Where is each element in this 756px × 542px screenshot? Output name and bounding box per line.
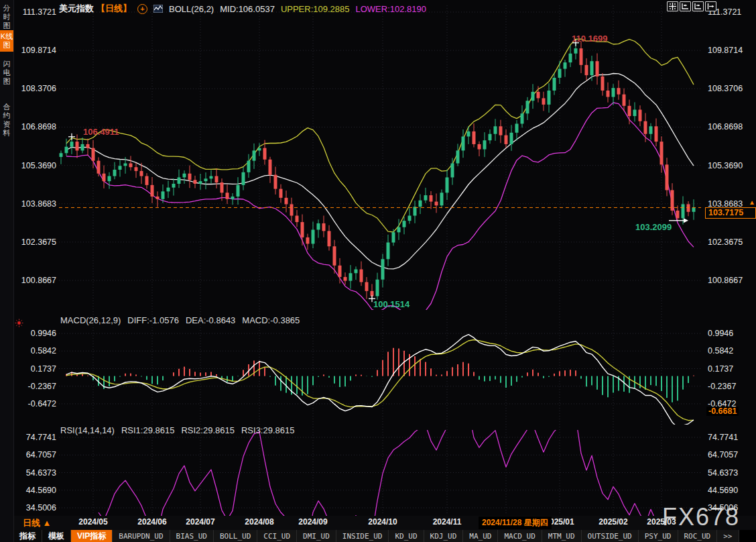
rsi3-value: RSI3:29.8615 <box>241 425 295 435</box>
month-label: 2024/09 <box>298 517 327 527</box>
indicator-icon[interactable] <box>153 5 163 13</box>
sidebar-tab-time-chart[interactable]: 分时图 <box>0 2 13 32</box>
toolbar-item-BOLL_UD[interactable]: BOLL_UD <box>214 530 257 542</box>
boll-lower-value: LOWER:102.8190 <box>356 4 427 14</box>
toolbar-item-MTM_UD[interactable]: MTM_UD <box>542 530 582 542</box>
price-annotation: 106.4911 <box>83 127 119 137</box>
period-label: 【日线】 <box>97 3 131 15</box>
chart-application-window: 分时图 K线图 闪电图 合约资料 美元指数 【日线】 + BOLL(26,2) … <box>0 0 756 542</box>
rsi1-value: RSI1:29.8615 <box>121 425 175 435</box>
rsi-title: RSI(14,14,14) <box>60 425 115 435</box>
toolbar-item->>[interactable]: >> <box>717 530 739 542</box>
toolbar-item-模板[interactable]: 模板 <box>42 530 71 542</box>
toolbar-item-DMI_UD[interactable]: DMI_UD <box>297 530 336 542</box>
macd-diff-value: DIFF:-1.0576 <box>127 315 179 325</box>
macd-current-value-label: -0.6681 <box>706 406 739 416</box>
boll-upper-value: UPPER:109.2885 <box>281 4 350 14</box>
crosshair-icon[interactable] <box>667 1 678 11</box>
toolbar-item-MACD_UD[interactable]: MACD_UD <box>498 530 542 542</box>
pan-right-icon[interactable] <box>705 1 716 11</box>
month-label: 2025/02 <box>598 517 627 527</box>
rsi-header: RSI(14,14,14) RSI1:29.8615 RSI2:29.8615 … <box>60 425 294 435</box>
toolbar-item-VIP指标[interactable]: VIP指标 <box>71 530 113 542</box>
toolbar-item-KD_UD[interactable]: KD_UD <box>389 530 424 542</box>
month-label: 2024/07 <box>186 517 214 527</box>
price-up-arrow-icon: ▲ <box>749 199 755 206</box>
price-annotation: 103.2099 <box>635 222 672 232</box>
rsi2-value: RSI2:29.8615 <box>181 425 235 435</box>
toolbar-item-BIAS_UD[interactable]: BIAS_UD <box>170 530 214 542</box>
chart-tool-icons <box>667 1 716 11</box>
toolbar-item-PSY_UD[interactable]: PSY_UD <box>639 530 678 542</box>
price-annotation: 110.1699 <box>572 34 608 44</box>
date-tooltip: 2024/11/28 星期四 <box>479 517 552 529</box>
toolbar-item-ROC_UD[interactable]: ROC_UD <box>678 530 718 542</box>
watermark: FX678 <box>662 503 740 531</box>
macd-macd-value: MACD:-0.3865 <box>242 315 300 325</box>
expand-axis-icon[interactable] <box>692 1 704 11</box>
candlestick-chart-canvas[interactable] <box>0 0 756 517</box>
indicator-toolbar: 指标模板VIP指标BARUPDN_UDBIAS_UDBOLL_UDCCI_UDD… <box>13 530 756 542</box>
month-label: 2024/08 <box>245 517 273 527</box>
compress-axis-icon[interactable] <box>680 1 691 11</box>
sidebar-tab-contract-info[interactable]: 合约资料 <box>0 101 13 140</box>
toolbar-item-KDJ_UD[interactable]: KDJ_UD <box>424 530 464 542</box>
trend-period-label[interactable]: 日线 ▲ <box>23 517 51 529</box>
chart-header: 美元指数 【日线】 + BOLL(26,2) MID:106.0537 UPPE… <box>59 3 426 15</box>
macd-title: MACD(26,12,9) <box>60 315 121 325</box>
toolbar-item-INSIDE_UD[interactable]: INSIDE_UD <box>336 530 389 542</box>
sidebar-tab-kline-chart[interactable]: K线图 <box>0 30 13 52</box>
month-label: 2024/06 <box>137 517 166 527</box>
toolbar-item-BARUPDN_UD[interactable]: BARUPDN_UD <box>113 530 170 542</box>
macd-dea-value: DEA:-0.8643 <box>186 315 235 325</box>
sidebar-tab-flash-chart[interactable]: 闪电图 <box>0 58 13 88</box>
boll-mid-value: MID:106.0537 <box>220 4 275 14</box>
month-label: 2024/10 <box>368 517 397 527</box>
toolbar-item-指标[interactable]: 指标 <box>13 530 42 542</box>
toolbar-item-OUTSIDE_UD[interactable]: OUTSIDE_UD <box>582 530 639 542</box>
current-price-box: 103.7175 <box>705 207 756 219</box>
x-axis-date-row: 日线 ▲ 2024/052024/062024/072024/082024/09… <box>13 516 756 530</box>
toolbar-item-MA_UD[interactable]: MA_UD <box>463 530 498 542</box>
toolbar-item-CCI_UD[interactable]: CCI_UD <box>257 530 297 542</box>
macd-header: MACD(26,12,9) DIFF:-1.0576 DEA:-0.8643 M… <box>60 315 300 325</box>
price-annotation: 100.1514 <box>373 299 410 309</box>
boll-params-label: BOLL(26,2) <box>169 4 214 14</box>
alert-dot-icon[interactable] <box>15 318 23 330</box>
expand-icon[interactable]: + <box>137 4 147 14</box>
month-label: 2024/11 <box>433 517 462 527</box>
month-label: 2024/05 <box>78 517 107 527</box>
symbol-name: 美元指数 <box>59 3 94 15</box>
sidebar: 分时图 K线图 闪电图 合约资料 <box>0 0 14 542</box>
